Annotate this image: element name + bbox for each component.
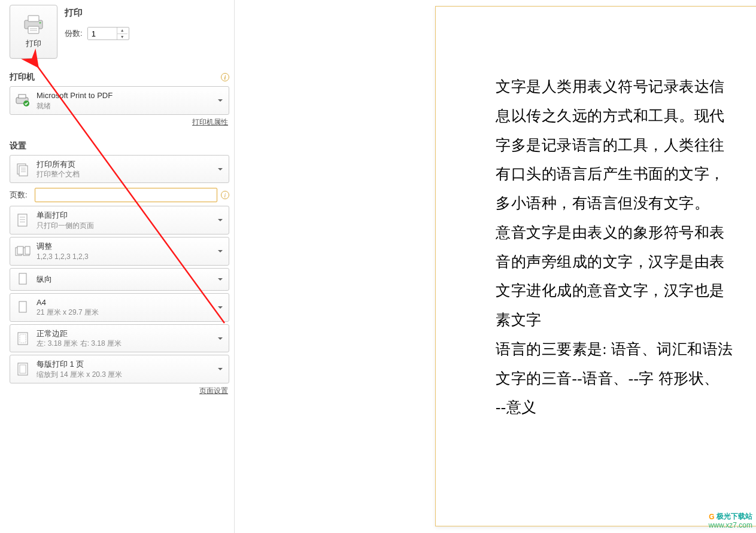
copies-label: 份数: bbox=[65, 28, 83, 39]
paper-size-sublabel: 21 厘米 x 29.7 厘米 bbox=[37, 307, 99, 317]
pages-input[interactable] bbox=[35, 188, 217, 202]
watermark-logo-icon: G bbox=[709, 513, 714, 522]
print-button[interactable]: 打印 bbox=[10, 5, 57, 59]
pages-label: 页数: bbox=[10, 190, 31, 200]
watermark: G 极光下载站 www.xz7.com bbox=[709, 512, 752, 531]
watermark-url: www.xz7.com bbox=[709, 521, 752, 531]
collate-sublabel: 1,2,3 1,2,3 1,2,3 bbox=[37, 252, 89, 261]
svg-rect-27 bbox=[20, 365, 26, 373]
document-line: 息以传之久远的方式和工具。现代 bbox=[496, 102, 756, 131]
single-page-icon bbox=[15, 213, 31, 227]
svg-rect-23 bbox=[19, 301, 26, 312]
document-line: 多小语种，有语言但没有文字。 bbox=[496, 189, 756, 218]
svg-rect-22 bbox=[19, 273, 26, 284]
document-line: 文字进化成的意音文字，汉字也是 bbox=[496, 276, 756, 306]
preview-page: 文字是人类用表义符号记录表达信息以传之久远的方式和工具。现代字多是记录语言的工具… bbox=[435, 6, 756, 526]
print-range-selector[interactable]: 打印所有页 打印整个文档 bbox=[10, 155, 229, 184]
pages-per-sheet-selector[interactable]: 每版打印 1 页 缩放到 14 厘米 x 20.3 厘米 bbox=[10, 355, 229, 383]
copies-spinner[interactable]: ▲ ▼ bbox=[87, 27, 129, 40]
svg-rect-21 bbox=[25, 246, 30, 254]
printer-selector[interactable]: Microsoft Print to PDF 就绪 bbox=[10, 86, 229, 115]
print-button-label: 打印 bbox=[26, 38, 41, 49]
printer-name: Microsoft Print to PDF bbox=[37, 90, 113, 101]
page-size-icon bbox=[15, 300, 31, 315]
printer-status: 就绪 bbox=[37, 101, 113, 111]
svg-rect-1 bbox=[28, 16, 39, 22]
settings-section-label: 设置 bbox=[10, 141, 26, 151]
pages-per-sheet-label: 每版打印 1 页 bbox=[37, 359, 122, 370]
info-icon[interactable]: i bbox=[221, 73, 229, 81]
svg-point-3 bbox=[39, 22, 41, 23]
duplex-selector[interactable]: 单面打印 只打印一侧的页面 bbox=[10, 206, 229, 234]
print-sidebar: 打印 打印 份数: ▲ ▼ 打印机 i bbox=[0, 0, 235, 533]
print-title: 打印 bbox=[65, 7, 129, 19]
document-line: 音的声旁组成的文字，汉字是由表 bbox=[496, 248, 756, 277]
pages-per-sheet-icon bbox=[15, 362, 31, 376]
orientation-selector[interactable]: 纵向 bbox=[10, 268, 229, 291]
printer-properties-link[interactable]: 打印机属性 bbox=[192, 118, 228, 126]
page-setup-link[interactable]: 页面设置 bbox=[199, 386, 228, 395]
document-line: 文字是人类用表义符号记录表达信 bbox=[496, 72, 756, 102]
document-line: 字多是记录语言的工具，人类往往 bbox=[496, 131, 756, 160]
pages-stack-icon bbox=[15, 162, 31, 176]
print-range-sublabel: 打印整个文档 bbox=[37, 169, 80, 179]
margins-sublabel: 左: 3.18 厘米 右: 3.18 厘米 bbox=[37, 339, 122, 348]
copies-input[interactable] bbox=[88, 28, 117, 39]
pages-per-sheet-sublabel: 缩放到 14 厘米 x 20.3 厘米 bbox=[37, 370, 122, 379]
svg-rect-7 bbox=[19, 95, 26, 98]
print-range-label: 打印所有页 bbox=[37, 159, 80, 170]
document-line: 意音文字是由表义的象形符号和表 bbox=[496, 218, 756, 248]
watermark-brand: 极光下载站 bbox=[716, 512, 752, 520]
printer-ready-icon bbox=[15, 94, 31, 107]
document-line: 有口头的语言后产生书面的文字， bbox=[496, 160, 756, 189]
svg-rect-14 bbox=[18, 214, 27, 226]
portrait-icon bbox=[15, 272, 31, 287]
duplex-sublabel: 只打印一侧的页面 bbox=[37, 221, 94, 230]
document-line: 语言的三要素是: 语音、词汇和语法 bbox=[496, 335, 756, 364]
collate-icon bbox=[15, 245, 31, 257]
margins-label: 正常边距 bbox=[37, 328, 122, 339]
printer-section-label: 打印机 bbox=[10, 72, 35, 83]
svg-rect-24 bbox=[18, 333, 28, 345]
svg-rect-2 bbox=[28, 26, 39, 33]
print-preview: 文字是人类用表义符号记录表达信息以传之久远的方式和工具。现代字多是记录语言的工具… bbox=[235, 0, 756, 533]
collate-label: 调整 bbox=[37, 241, 89, 252]
paper-size-selector[interactable]: A4 21 厘米 x 29.7 厘米 bbox=[10, 293, 229, 322]
paper-size-label: A4 bbox=[37, 297, 99, 308]
margins-icon bbox=[15, 331, 31, 346]
collate-selector[interactable]: 调整 1,2,3 1,2,3 1,2,3 bbox=[10, 237, 229, 266]
printer-icon bbox=[22, 14, 45, 35]
info-icon[interactable]: i bbox=[221, 191, 229, 199]
svg-rect-10 bbox=[19, 166, 28, 176]
margins-selector[interactable]: 正常边距 左: 3.18 厘米 右: 3.18 厘米 bbox=[10, 324, 229, 353]
copies-up-icon[interactable]: ▲ bbox=[117, 28, 127, 34]
document-line: 文字的三音--语音、--字 符形状、 bbox=[496, 364, 756, 394]
document-line: 素文字 bbox=[496, 306, 756, 335]
document-line: --意义 bbox=[496, 393, 756, 422]
svg-rect-19 bbox=[17, 246, 23, 254]
copies-down-icon[interactable]: ▼ bbox=[117, 34, 127, 40]
duplex-label: 单面打印 bbox=[37, 210, 94, 221]
orientation-label: 纵向 bbox=[37, 274, 52, 285]
